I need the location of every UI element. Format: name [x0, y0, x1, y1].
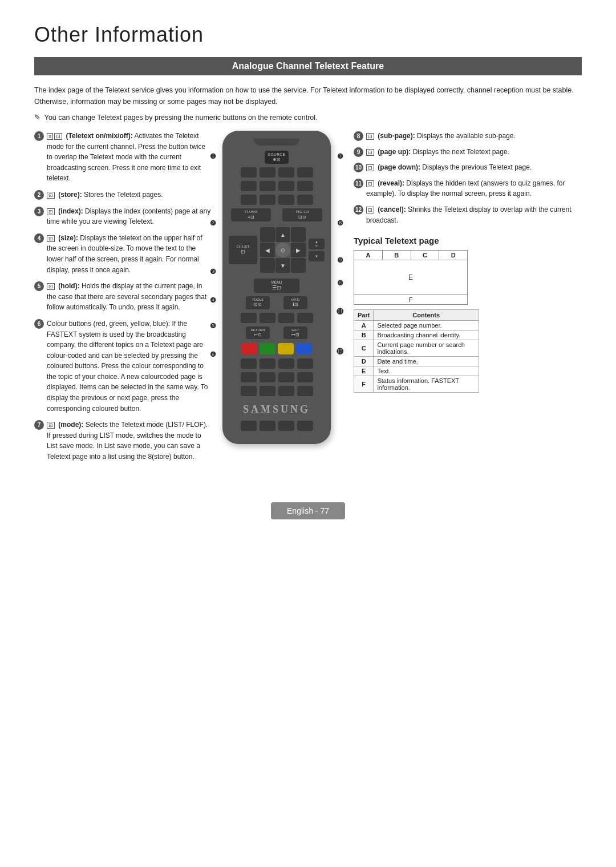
- tp-footer: F: [354, 295, 467, 304]
- intro-text: The index page of the Teletext service g…: [34, 84, 582, 107]
- teletext-title: Typical Teletext page: [354, 236, 582, 245]
- btn-d2[interactable]: [260, 313, 275, 323]
- dpad-down[interactable]: ▼: [275, 258, 290, 273]
- btn-e2[interactable]: [260, 358, 275, 369]
- page-down-button[interactable]: ▼: [309, 251, 325, 261]
- dpad-right[interactable]: ▶: [291, 243, 306, 257]
- btn-e3[interactable]: [278, 358, 294, 369]
- pre-ch-icon: ⊡⊙: [298, 215, 306, 220]
- dpad: ▲ ◀ ⊙ ▶ ▼: [260, 227, 306, 273]
- exit-icon: ↦⊡: [291, 332, 299, 338]
- tools-button[interactable]: TOOLS ⊡⊙: [246, 296, 270, 309]
- item-icon-10: ⊡: [366, 164, 374, 171]
- pre-ch-button[interactable]: PRE-CH ⊡⊙: [282, 208, 322, 221]
- item-bold-2: (store):: [58, 191, 82, 199]
- btn-e1[interactable]: [241, 358, 257, 369]
- btn-g2[interactable]: [260, 386, 275, 396]
- menu-button[interactable]: MENU ☰⊡: [254, 279, 299, 293]
- ttx-mix-icon: ≡⊡: [248, 215, 254, 220]
- item-text-4: ⊡ (size): Displays the teletext on the u…: [47, 233, 211, 275]
- item-number-1: 1: [34, 131, 44, 141]
- tp-footer-label: F: [409, 296, 413, 303]
- footer-badge: English - 77: [271, 502, 345, 519]
- btn-d1[interactable]: [241, 313, 257, 323]
- table-row: B Broadcasting channel identity.: [354, 330, 479, 340]
- item-bold-3: (index):: [58, 207, 83, 215]
- dpad-left[interactable]: ◀: [260, 243, 275, 257]
- pre-ch-label: PRE-CH: [295, 210, 309, 214]
- list-item: 8 ⊡ (sub-page): Displays the available s…: [354, 131, 582, 142]
- dpad-chlist-area: CH LIST ⊡ ▲ ◀ ⊙ ▶ ▼: [229, 226, 325, 274]
- btn-h1[interactable]: [241, 421, 257, 431]
- red-button[interactable]: [241, 343, 257, 354]
- table-header-contents: Contents: [374, 310, 479, 321]
- info-button[interactable]: INFO ℹ⊡: [283, 296, 307, 309]
- remote-top-notch: [254, 139, 299, 146]
- remote-annotation-6: ❻: [210, 350, 216, 358]
- btn-g1[interactable]: [241, 386, 257, 396]
- list-item: 6 Colour buttons (red, green, yellow, bl…: [34, 318, 211, 414]
- item-icon-1a: ≡: [47, 133, 53, 140]
- btn-c4[interactable]: [297, 195, 313, 205]
- btn-b3[interactable]: [278, 181, 294, 191]
- tp-cell-c: C: [411, 251, 440, 260]
- item-number-4: 4: [34, 233, 44, 243]
- green-button[interactable]: [260, 343, 275, 354]
- dpad-enter[interactable]: ⊙: [275, 243, 290, 257]
- return-button[interactable]: RETURN ↩⊡: [246, 326, 270, 340]
- btn-f1[interactable]: [241, 372, 257, 382]
- btn-c3[interactable]: [278, 195, 294, 205]
- btn-c2[interactable]: [260, 195, 275, 205]
- item-icon-9: ⊡: [366, 149, 374, 156]
- page-up-button[interactable]: ▲P: [309, 239, 325, 249]
- btn-a4[interactable]: [297, 167, 313, 178]
- item-number-11: 11: [354, 179, 363, 188]
- btn-b1[interactable]: [241, 181, 257, 191]
- remote-annotation-9: ❾: [337, 256, 343, 264]
- btn-a1[interactable]: [241, 167, 257, 178]
- btn-h3[interactable]: [278, 421, 294, 431]
- btn-b2[interactable]: [260, 181, 275, 191]
- source-icon: ⊕⊡: [273, 157, 281, 163]
- ttx-mix-button[interactable]: TTX/MIX ≡⊡: [231, 208, 271, 221]
- ch-list-icon: ⊡: [241, 249, 245, 255]
- item-icon-8: ⊡: [366, 133, 374, 140]
- btn-a3[interactable]: [278, 167, 294, 178]
- right-items: 8 ⊡ (sub-page): Displays the available s…: [354, 131, 582, 225]
- table-cell-content-a: Selected page number.: [374, 321, 479, 330]
- tp-cell-a: A: [354, 251, 383, 260]
- ch-list-label: CH LIST: [236, 245, 249, 249]
- table-cell-content-b: Broadcasting channel identity.: [374, 330, 479, 340]
- dpad-up[interactable]: ▲: [275, 227, 290, 242]
- btn-b4[interactable]: [297, 181, 313, 191]
- blue-button[interactable]: [296, 343, 312, 354]
- btn-d4[interactable]: [297, 313, 313, 323]
- remote-annotation-12: ⓬: [337, 348, 343, 356]
- item-bold-10: (page down):: [378, 163, 420, 171]
- btn-f2[interactable]: [260, 372, 275, 382]
- item-bold-12: (cancel):: [378, 205, 406, 213]
- item-number-7: 7: [34, 420, 44, 430]
- btn-e4[interactable]: [297, 358, 313, 369]
- btn-g3[interactable]: [278, 386, 294, 396]
- btn-c1[interactable]: [241, 195, 257, 205]
- small-buttons-row-4: [228, 313, 325, 323]
- page-updown: ▲P ▼: [309, 239, 325, 261]
- ch-list-button[interactable]: CH LIST ⊡: [229, 236, 257, 264]
- exit-button[interactable]: EXIT ↦⊡: [283, 326, 307, 340]
- btn-f4[interactable]: [297, 372, 313, 382]
- list-item: 9 ⊡ (page up): Displays the next Teletex…: [354, 147, 582, 158]
- btn-h4[interactable]: [297, 421, 313, 431]
- btn-f3[interactable]: [278, 372, 294, 382]
- table-cell-part-c: C: [354, 340, 374, 357]
- btn-a2[interactable]: [260, 167, 275, 178]
- btn-h2[interactable]: [260, 421, 275, 431]
- table-cell-part-b: B: [354, 330, 374, 340]
- source-button[interactable]: SOURCE ⊕⊡: [265, 151, 289, 164]
- exit-label: EXIT: [291, 328, 299, 332]
- remote-control: SOURCE ⊕⊡: [222, 131, 331, 444]
- btn-d3[interactable]: [278, 313, 294, 323]
- btn-g4[interactable]: [297, 386, 313, 396]
- yellow-button[interactable]: [278, 343, 294, 354]
- tp-body-label: E: [408, 273, 413, 281]
